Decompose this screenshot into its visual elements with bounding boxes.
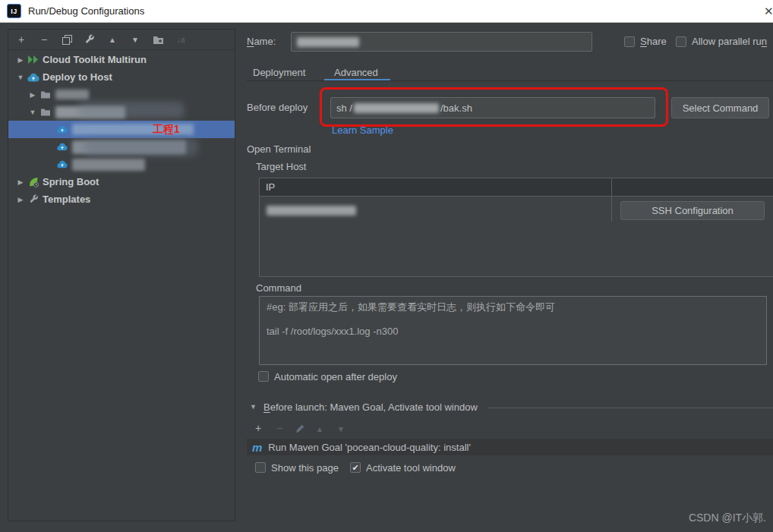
chevron-right-icon[interactable]: ▶ [27, 91, 39, 99]
tree-item-deployment[interactable] [8, 156, 235, 173]
show-this-page-checkbox[interactable] [255, 462, 266, 473]
redacted-name-value [297, 37, 359, 47]
command-tail-line: tail -f /root/logs/xxx1.log -n300 [267, 326, 759, 338]
tree-item-templates[interactable]: ▶ Templates [8, 190, 235, 208]
select-command-button[interactable]: Select Command [671, 97, 769, 118]
move-up-icon[interactable]: ▲ [106, 33, 118, 46]
tree-item-selected-deployment[interactable]: 工程1 [8, 121, 235, 138]
command-comment-line: #eg: 部署应用之后，如果需要查看实时日志，则执行如下命令即可 [267, 301, 759, 313]
deploy-cloud-icon [55, 160, 69, 168]
folder-icon [39, 108, 52, 117]
target-host-label: Target Host [256, 161, 306, 172]
run-debug-configurations-dialog: IJ Run/Debug Configurations ✕ + − ▲ ▼ ↓a… [0, 0, 773, 532]
window-title: Run/Debug Configurations [28, 5, 144, 17]
redacted-path [354, 103, 439, 113]
multirun-icon [27, 55, 40, 64]
sort-alphabetically-icon[interactable]: ↓a [175, 33, 187, 46]
learn-sample-link[interactable]: Learn Sample [332, 124, 393, 136]
redacted-label [72, 140, 186, 154]
share-checkbox[interactable] [624, 36, 635, 47]
annotation-project1: 工程1 [153, 123, 180, 137]
tree-item-deployment[interactable] [8, 138, 235, 156]
spring-boot-icon [27, 177, 40, 187]
add-task-icon[interactable]: + [252, 422, 264, 434]
task-up-icon[interactable]: ▲ [314, 423, 326, 435]
deploy-cloud-icon [55, 125, 69, 134]
activate-tool-window-label: Activate tool window [366, 462, 456, 474]
tab-deployment[interactable]: Deployment [253, 67, 305, 78]
chevron-right-icon[interactable]: ▶ [14, 196, 27, 203]
remove-task-icon[interactable]: − [273, 422, 286, 434]
redacted-label [55, 90, 89, 99]
maven-goal-task-row[interactable]: m Run Maven Goal 'pocean-cloud-quality: … [247, 439, 773, 455]
intellij-logo-icon: IJ [7, 4, 21, 18]
open-terminal-label: Open Terminal [247, 143, 311, 155]
command-text-prefix: sh / [336, 102, 352, 114]
tree-item-spring-boot[interactable]: ▶ Spring Boot [8, 173, 235, 190]
command-label: Command [256, 282, 301, 294]
before-deploy-input[interactable]: sh / /bak.sh [330, 97, 655, 118]
redacted-ip-value [267, 206, 356, 216]
command-text-suffix: /bak.sh [440, 102, 472, 114]
activate-tool-window-checkbox[interactable]: ✔ [350, 462, 361, 473]
collapse-section-icon[interactable]: ▼ [250, 403, 257, 411]
edit-settings-icon[interactable] [84, 33, 96, 46]
close-icon[interactable]: ✕ [764, 5, 773, 18]
column-divider [611, 178, 612, 222]
allow-parallel-run-checkbox[interactable] [676, 36, 686, 47]
chevron-right-icon[interactable]: ▶ [14, 56, 27, 64]
chevron-down-icon[interactable]: ▼ [27, 109, 39, 116]
chevron-right-icon[interactable]: ▶ [14, 178, 27, 186]
before-launch-divider [487, 408, 773, 408]
tree-item-folder-expanded[interactable]: ▼ [8, 103, 235, 121]
deploy-cloud-icon [55, 143, 69, 151]
sidebar-toolbar: + − ▲ ▼ ↓a [8, 30, 235, 50]
name-label: Name: [247, 36, 276, 47]
tree-item-deploy-to-host[interactable]: ▼ Deploy to Host [8, 68, 235, 86]
edit-task-icon[interactable] [294, 423, 306, 435]
new-folder-icon[interactable] [152, 33, 164, 46]
ip-column-header: IP [260, 178, 773, 197]
automatic-open-label: Automatic open after deploy [274, 371, 397, 382]
ssh-configuration-button[interactable]: SSH Configuration [620, 201, 765, 220]
deploy-cloud-icon [27, 73, 40, 82]
chevron-down-icon[interactable]: ▼ [14, 74, 27, 81]
tree-item-label: Templates [43, 194, 90, 205]
show-this-page-label: Show this page [271, 462, 339, 474]
redacted-label [55, 106, 125, 118]
share-label: Share [640, 36, 667, 47]
tree-item-cloud-toolkit-multirun[interactable]: ▶ Cloud Toolkit Multirun [8, 51, 235, 68]
before-launch-label: Before launch: Maven Goal, Activate tool… [263, 401, 478, 413]
allow-parallel-run-label: Allow parallel run [692, 36, 767, 47]
tree-item-label: Deploy to Host [43, 71, 112, 83]
tree-item-folder-collapsed[interactable]: ▶ [8, 86, 235, 103]
maven-icon: m [252, 441, 262, 454]
templates-wrench-icon [27, 194, 40, 204]
configurations-tree: ▶ Cloud Toolkit Multirun ▼ Deploy to Hos… [8, 51, 235, 208]
before-deploy-label: Before deploy [247, 102, 308, 113]
configurations-sidebar: + − ▲ ▼ ↓a ▶ Cloud Toolkit Multirun [8, 29, 235, 521]
add-icon[interactable]: + [15, 33, 27, 46]
titlebar: IJ Run/Debug Configurations ✕ [0, 0, 773, 23]
copy-icon[interactable] [61, 33, 73, 46]
name-input[interactable] [291, 32, 592, 52]
automatic-open-checkbox[interactable] [258, 371, 269, 382]
remove-icon[interactable]: − [38, 33, 50, 46]
tab-advanced[interactable]: Advanced [334, 67, 378, 78]
redacted-label [72, 159, 145, 171]
tabs-divider [247, 80, 773, 81]
tree-item-label: Spring Boot [43, 176, 99, 187]
maven-task-label: Run Maven Goal 'pocean-cloud-quality: in… [268, 442, 471, 453]
command-textarea[interactable]: #eg: 部署应用之后，如果需要查看实时日志，则执行如下命令即可 tail -f… [259, 296, 767, 365]
csdn-watermark: CSDN @IT小郭. [689, 512, 766, 525]
target-host-table: IP SSH Configuration [259, 178, 773, 277]
folder-icon [39, 90, 52, 99]
move-down-icon[interactable]: ▼ [129, 33, 141, 46]
tree-item-label: Cloud Toolkit Multirun [43, 54, 147, 65]
task-down-icon[interactable]: ▼ [335, 423, 347, 435]
